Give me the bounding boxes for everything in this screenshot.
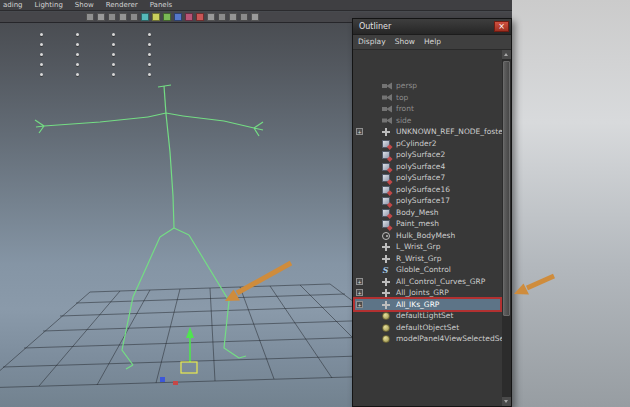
outliner-item-polySurface2[interactable]: polySurface2 bbox=[353, 149, 502, 161]
item-label: polySurface4 bbox=[396, 161, 445, 173]
outliner-item-front[interactable]: front bbox=[353, 103, 502, 115]
item-label: All_Control_Curves_GRP bbox=[396, 276, 485, 288]
outliner-item-All_Control_Curves_GRP[interactable]: All_Control_Curves_GRP bbox=[353, 276, 502, 288]
toolbar-icon-16[interactable] bbox=[251, 13, 259, 21]
outliner-item-modelPanel4ViewSelectedSet[interactable]: modelPanel4ViewSelectedSet bbox=[353, 333, 502, 345]
move-manipulator bbox=[160, 327, 197, 385]
item-label: front bbox=[396, 103, 414, 115]
joint-dot bbox=[40, 53, 43, 56]
item-label: polySurface2 bbox=[396, 149, 445, 161]
menu-lighting[interactable]: Lighting bbox=[35, 0, 63, 10]
toolbar-icon-4[interactable] bbox=[119, 13, 127, 21]
transform-icon bbox=[382, 243, 390, 251]
outliner-item-Globle_Control[interactable]: Globle_Control bbox=[353, 264, 502, 276]
outliner-list: persptopfrontsideUNKNOWN_REF_NODE_foster… bbox=[353, 50, 502, 406]
mesh-icon bbox=[382, 140, 390, 148]
outliner-item-pCylinder2[interactable]: pCylinder2 bbox=[353, 138, 502, 150]
toolbar-icon-14[interactable] bbox=[229, 13, 237, 21]
toolbar-icon-1[interactable] bbox=[86, 13, 94, 21]
toolbar-icon-15[interactable] bbox=[240, 13, 248, 21]
scroll-thumb[interactable] bbox=[503, 61, 510, 316]
item-label: Globle_Control bbox=[396, 264, 451, 276]
mesh-icon bbox=[382, 174, 390, 182]
joint-dot bbox=[76, 73, 79, 76]
expand-toggle[interactable] bbox=[356, 128, 363, 135]
transform-icon bbox=[382, 301, 390, 309]
scroll-down-button[interactable] bbox=[502, 397, 511, 406]
outliner-item-UNKNOWN_REF_NODE_fosterP[interactable]: UNKNOWN_REF_NODE_fosterP bbox=[353, 126, 502, 138]
outliner-item-persp[interactable]: persp bbox=[353, 80, 502, 92]
item-label: defaultObjectSet bbox=[396, 322, 459, 334]
joint-dot bbox=[148, 43, 151, 46]
toolbar-icon-10[interactable] bbox=[185, 13, 193, 21]
item-label: persp bbox=[396, 80, 417, 92]
toolbar-icon-7[interactable] bbox=[152, 13, 160, 21]
menu-show[interactable]: Show bbox=[75, 0, 94, 10]
outliner-item-Hulk_BodyMesh[interactable]: Hulk_BodyMesh bbox=[353, 230, 502, 242]
joint-dot bbox=[148, 63, 151, 66]
toolbar-icon-5[interactable] bbox=[130, 13, 138, 21]
outliner-item-All_IKs_GRP[interactable]: All_IKs_GRP bbox=[353, 299, 502, 311]
toolbar-icon-9[interactable] bbox=[174, 13, 182, 21]
joint-dot bbox=[40, 63, 43, 66]
item-label: polySurface16 bbox=[396, 184, 450, 196]
camera-icon bbox=[382, 82, 392, 90]
item-label: polySurface7 bbox=[396, 172, 445, 184]
outliner-item-defaultLightSet[interactable]: defaultLightSet bbox=[353, 310, 502, 322]
close-button[interactable]: × bbox=[494, 21, 509, 32]
scroll-up-button[interactable] bbox=[502, 50, 511, 59]
joint-dot bbox=[148, 53, 151, 56]
joint-dot bbox=[40, 73, 43, 76]
menu-show[interactable]: Show bbox=[395, 35, 415, 49]
outliner-item-L_Wrist_Grp[interactable]: L_Wrist_Grp bbox=[353, 241, 502, 253]
menu-panels[interactable]: Panels bbox=[150, 0, 173, 10]
toolbar-icon-3[interactable] bbox=[108, 13, 116, 21]
menu-help[interactable]: Help bbox=[424, 35, 441, 49]
outliner-item-polySurface4[interactable]: polySurface4 bbox=[353, 161, 502, 173]
menu-renderer[interactable]: Renderer bbox=[106, 0, 138, 10]
outliner-menubar: Display Show Help bbox=[353, 35, 511, 50]
camera-icon bbox=[382, 94, 392, 102]
item-label: Body_Mesh bbox=[396, 207, 438, 219]
mesh-icon bbox=[382, 186, 390, 194]
toolbar-icon-11[interactable] bbox=[196, 13, 204, 21]
outliner-titlebar[interactable]: Outliner × bbox=[353, 19, 511, 35]
outliner-item-side[interactable]: side bbox=[353, 115, 502, 127]
toolbar-icon-6[interactable] bbox=[141, 13, 149, 21]
toolbar-icon-2[interactable] bbox=[97, 13, 105, 21]
outliner-item-R_Wrist_Grp[interactable]: R_Wrist_Grp bbox=[353, 253, 502, 265]
outliner-item-All_Joints_GRP[interactable]: All_Joints_GRP bbox=[353, 287, 502, 299]
joint-dot bbox=[112, 63, 115, 66]
joint-dot bbox=[112, 33, 115, 36]
joint-dot bbox=[40, 33, 43, 36]
expand-toggle[interactable] bbox=[356, 278, 363, 285]
outliner-item-polySurface16[interactable]: polySurface16 bbox=[353, 184, 502, 196]
camera-icon bbox=[382, 105, 392, 113]
item-label: R_Wrist_Grp bbox=[396, 253, 441, 265]
bone-icon bbox=[382, 232, 390, 240]
mesh-icon bbox=[382, 220, 390, 228]
outliner-body: persptopfrontsideUNKNOWN_REF_NODE_foster… bbox=[353, 50, 511, 406]
mesh-icon bbox=[382, 151, 390, 159]
toolbar-icon-12[interactable] bbox=[207, 13, 215, 21]
outliner-item-defaultObjectSet[interactable]: defaultObjectSet bbox=[353, 322, 502, 334]
joint-dot bbox=[76, 33, 79, 36]
menu-display[interactable]: Display bbox=[358, 35, 386, 49]
set-icon bbox=[382, 312, 390, 320]
item-label: All_Joints_GRP bbox=[396, 287, 449, 299]
toolbar-icon-13[interactable] bbox=[218, 13, 226, 21]
menu-shading[interactable]: ading bbox=[3, 0, 23, 10]
joint-dot bbox=[112, 73, 115, 76]
outliner-item-polySurface17[interactable]: polySurface17 bbox=[353, 195, 502, 207]
scrollbar[interactable] bbox=[502, 50, 511, 406]
item-label: Paint_mesh bbox=[396, 218, 439, 230]
outliner-item-Paint_mesh[interactable]: Paint_mesh bbox=[353, 218, 502, 230]
outliner-item-Body_Mesh[interactable]: Body_Mesh bbox=[353, 207, 502, 219]
background-strip bbox=[512, 0, 630, 407]
outliner-item-top[interactable]: top bbox=[353, 92, 502, 104]
joint-dot bbox=[112, 43, 115, 46]
expand-toggle[interactable] bbox=[356, 289, 363, 296]
outliner-item-polySurface7[interactable]: polySurface7 bbox=[353, 172, 502, 184]
expand-toggle[interactable] bbox=[356, 301, 363, 308]
toolbar-icon-8[interactable] bbox=[163, 13, 171, 21]
